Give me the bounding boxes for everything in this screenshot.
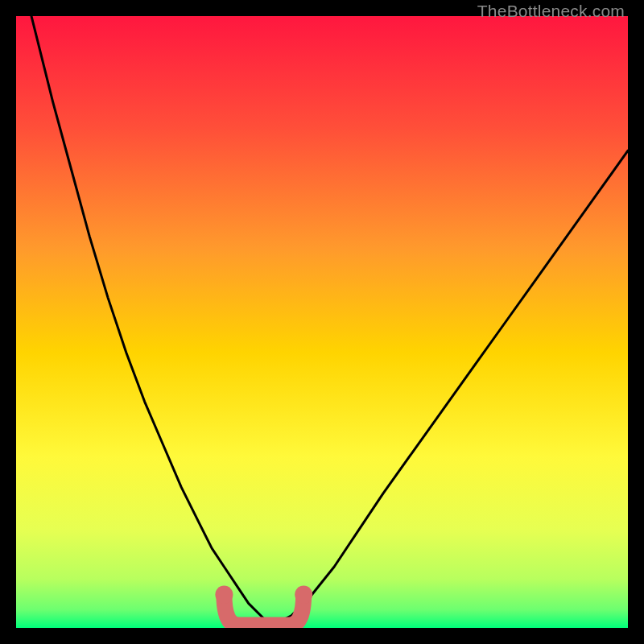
- watermark-text: TheBottleneck.com: [477, 2, 625, 21]
- chart-svg: [16, 16, 628, 628]
- optimal-zone-dot-left: [215, 586, 233, 604]
- optimal-zone-dot-right: [295, 586, 312, 604]
- chart-frame: TheBottleneck.com: [0, 0, 644, 644]
- gradient-background: [16, 16, 628, 628]
- chart-plot-area: [16, 16, 628, 628]
